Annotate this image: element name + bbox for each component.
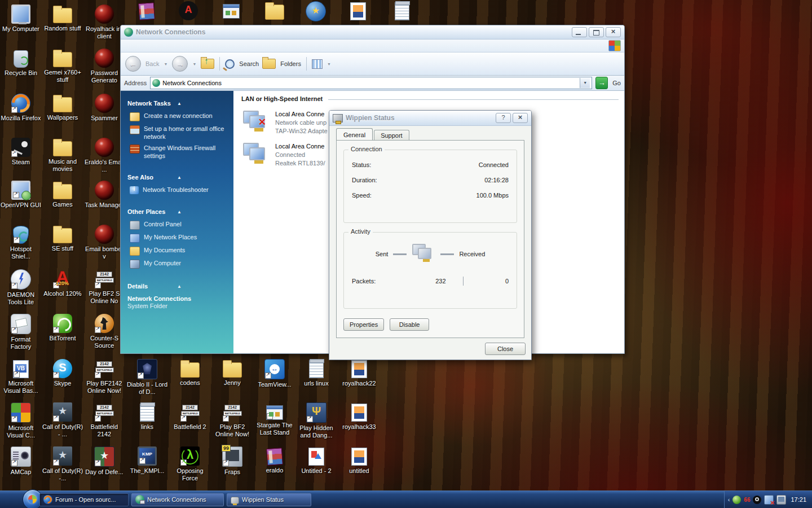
- dialog-close-button[interactable]: [513, 113, 528, 123]
- desktop-icon[interactable]: My Computer: [0, 5, 42, 33]
- views-button[interactable]: [312, 59, 323, 69]
- desktop-icon[interactable]: links: [126, 402, 168, 431]
- desktop-icon[interactable]: SE stuff: [42, 225, 83, 252]
- desktop-icon[interactable]: Play BF2 S Online No: [83, 269, 125, 305]
- tab-support[interactable]: Support: [374, 130, 409, 141]
- menu-item[interactable]: [133, 45, 143, 47]
- desktop-icon[interactable]: Royalhack irc client: [83, 5, 125, 40]
- menu-item[interactable]: [123, 45, 133, 47]
- desktop-icon[interactable]: [295, 1, 337, 21]
- maximize-button[interactable]: [589, 27, 604, 37]
- desktop-icon[interactable]: Microsoft Visual Bas...: [0, 359, 42, 395]
- collapse-arrow-icon[interactable]: ▲: [177, 284, 227, 289]
- desktop-icon[interactable]: Gemei x760+ stuff: [42, 49, 83, 84]
- desktop-icon[interactable]: Recycle Bin: [0, 49, 42, 77]
- desktop-icon[interactable]: [126, 1, 167, 20]
- taskbar-button[interactable]: Wippien Status: [227, 493, 311, 506]
- place-my-computer[interactable]: My Computer: [121, 257, 233, 270]
- desktop-icon[interactable]: Skype: [42, 359, 83, 387]
- desktop-icon[interactable]: BitTorrent: [42, 314, 83, 342]
- properties-button[interactable]: Properties: [343, 318, 384, 331]
- desktop-icon[interactable]: codens: [169, 359, 211, 387]
- close-button[interactable]: [606, 27, 621, 37]
- dialog-titlebar[interactable]: Wippien Status ?: [329, 111, 531, 126]
- desktop-icon[interactable]: Wallpapers: [42, 94, 83, 121]
- desktop-icon[interactable]: Random stuff: [42, 5, 83, 32]
- desktop-icon[interactable]: Battlefield 2142: [83, 402, 125, 438]
- desktop-icon[interactable]: Music and movies: [42, 138, 83, 173]
- minimize-button[interactable]: [572, 27, 587, 37]
- menu-item[interactable]: [164, 45, 174, 47]
- back-button[interactable]: ←: [125, 56, 141, 72]
- desktop-icon[interactable]: eraldo: [254, 446, 295, 474]
- views-dropdown-icon[interactable]: ▼: [327, 62, 331, 66]
- desktop-icon[interactable]: urls linux: [295, 359, 337, 387]
- desktop-icon[interactable]: Battlefield 2: [169, 402, 211, 431]
- desktop-icon[interactable]: Task Manager: [83, 181, 125, 209]
- desktop-icon[interactable]: Untitled - 2: [295, 446, 337, 475]
- desktop-icon[interactable]: Opposing Force: [169, 446, 211, 482]
- desktop-icon[interactable]: Call of Duty(R) - ...: [42, 402, 83, 438]
- desktop-icon[interactable]: Counter-S Source: [83, 314, 125, 349]
- desktop-icon[interactable]: Alcohol 120%: [42, 269, 83, 297]
- desktop-icon[interactable]: Spammer: [83, 94, 125, 122]
- desktop-icon[interactable]: Format Factory: [0, 314, 42, 351]
- collapse-arrow-icon[interactable]: ▲: [177, 209, 227, 214]
- place-control-panel[interactable]: Control Panel: [121, 218, 233, 231]
- tray-collapse-icon[interactable]: ‹: [728, 496, 730, 503]
- see-also-troubleshooter[interactable]: Network Troubleshooter: [121, 184, 233, 196]
- desktop-icon[interactable]: [167, 1, 209, 20]
- menu-item[interactable]: [143, 45, 153, 47]
- desktop-icon[interactable]: Steam: [0, 138, 42, 166]
- desktop-icon[interactable]: DAEMON Tools Lite: [0, 269, 42, 306]
- steam-tray-icon[interactable]: [753, 496, 761, 504]
- search-icon[interactable]: [225, 59, 235, 69]
- task-create-connection[interactable]: Create a new connection: [121, 110, 233, 123]
- taskbar-button[interactable]: Network Connections: [131, 493, 224, 506]
- desktop-icon[interactable]: Jenny: [211, 359, 253, 387]
- desktop-icon[interactable]: Stargate The Last Stand: [254, 402, 295, 436]
- desktop-icon[interactable]: OpenVPN GUI: [0, 181, 42, 209]
- desktop-icon[interactable]: Mozilla Firefox: [0, 94, 42, 122]
- desktop-icon[interactable]: royalhack33: [338, 402, 380, 431]
- up-folder-button[interactable]: [201, 59, 214, 69]
- collapse-arrow-icon[interactable]: ▲: [177, 175, 227, 180]
- taskbar-button[interactable]: Forum - Open sourc...: [39, 493, 129, 506]
- collapse-arrow-icon[interactable]: ▲: [177, 101, 227, 106]
- forward-button[interactable]: →: [172, 56, 188, 72]
- window-titlebar[interactable]: Network Connections: [121, 25, 624, 40]
- desktop-icon[interactable]: Eraldo's Email ...: [83, 138, 125, 173]
- desktop-icon[interactable]: Diablo II - Lord of D...: [126, 359, 168, 396]
- go-button[interactable]: [595, 77, 608, 89]
- menu-item[interactable]: [153, 45, 164, 47]
- network-disconnected-tray-icon[interactable]: [764, 495, 774, 505]
- desktop-icon[interactable]: TeamView...: [254, 359, 295, 388]
- desktop-icon[interactable]: Password Generato: [83, 49, 125, 84]
- close-button[interactable]: Close: [485, 343, 526, 355]
- desktop-icon[interactable]: The_KMPl...: [126, 446, 168, 475]
- place-my-network-places[interactable]: My Network Places: [121, 231, 233, 244]
- back-dropdown-icon[interactable]: ▼: [164, 62, 167, 66]
- folders-icon[interactable]: [262, 59, 276, 69]
- address-input[interactable]: Network Connections ▼: [150, 77, 592, 89]
- desktop-icon[interactable]: Day of Defe...: [83, 446, 125, 476]
- disable-button[interactable]: Disable: [390, 318, 429, 331]
- tab-general[interactable]: General: [336, 128, 373, 141]
- wippien-tray-icon[interactable]: [732, 496, 741, 504]
- go-label[interactable]: Go: [612, 80, 621, 86]
- forward-dropdown-icon[interactable]: ▼: [192, 62, 196, 66]
- desktop-icon[interactable]: Play BF2142 Online Now!: [83, 359, 125, 395]
- desktop-icon[interactable]: [210, 1, 252, 19]
- help-button[interactable]: ?: [496, 113, 511, 123]
- network-tray-icon[interactable]: [776, 495, 786, 505]
- desktop-icon[interactable]: Hotspot Shiel...: [0, 225, 42, 260]
- desktop-icon[interactable]: Fraps: [211, 446, 253, 476]
- desktop-icon[interactable]: untitled: [338, 446, 380, 475]
- menu-item[interactable]: [184, 45, 194, 47]
- tray-badge[interactable]: 66: [744, 496, 750, 504]
- task-home-network[interactable]: Set up a home or small office network: [121, 123, 233, 142]
- place-my-documents[interactable]: My Documents: [121, 244, 233, 257]
- task-firewall-settings[interactable]: Change Windows Firewall settings: [121, 142, 233, 161]
- desktop-icon[interactable]: Call of Duty(R) -...: [42, 446, 83, 482]
- desktop-icon[interactable]: Email bomber v: [83, 225, 125, 260]
